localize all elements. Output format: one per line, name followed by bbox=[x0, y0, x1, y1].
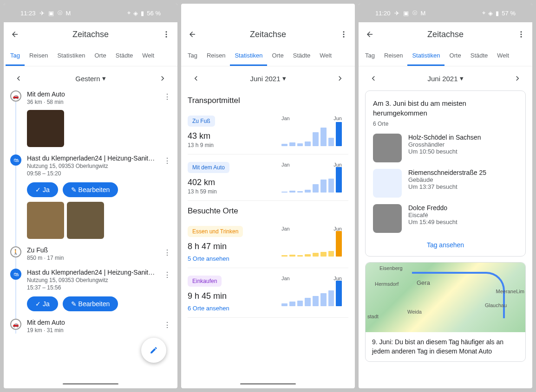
timeline-item[interactable]: 🚶Zu Fuß850 m · 17 min⋮ bbox=[27, 246, 171, 261]
overflow-menu[interactable] bbox=[161, 29, 172, 40]
item-menu[interactable]: ⋮ bbox=[163, 321, 171, 329]
place-type: Grosshändler bbox=[408, 141, 518, 148]
tab-orte[interactable]: Orte bbox=[444, 46, 465, 66]
date-selector[interactable]: Juni 2021 ▾ bbox=[427, 74, 463, 83]
overflow-menu[interactable] bbox=[338, 29, 349, 40]
next-date[interactable] bbox=[157, 73, 168, 84]
item-time: 15:37 – 15:56 bbox=[27, 284, 171, 291]
map-card-text: 9. Juni: Du bist an diesem Tag häufiger … bbox=[366, 332, 525, 361]
app-header: Zeitachse bbox=[181, 22, 355, 46]
tab-bar: TagReisenStatistikenOrteStädteWelt bbox=[181, 46, 355, 66]
timeline-item[interactable]: 🚗Mit dem Auto36 km · 58 min⋮ bbox=[27, 90, 171, 147]
overflow-menu[interactable] bbox=[516, 29, 527, 40]
screen-tag: 11:23 ✈ ▣ ⦾ M ⌖ ◈ ▮ 56 % Zeitachse TagRe… bbox=[4, 4, 177, 388]
item-title: Zu Fuß bbox=[27, 246, 157, 254]
dropdown-icon: ▾ bbox=[460, 74, 464, 83]
prev-date[interactable] bbox=[190, 73, 202, 84]
item-menu[interactable]: ⋮ bbox=[163, 248, 171, 257]
timeline-item[interactable]: 🛍Hast du Klempnerladen24 | Heizung-Sanit… bbox=[27, 154, 171, 239]
tab-statistiken[interactable]: Statistiken bbox=[230, 46, 267, 66]
map-card[interactable]: Eisenberg Hermsdorf Gera Meerane Weida G… bbox=[365, 262, 526, 362]
wifi-icon: ◈ bbox=[488, 10, 493, 17]
date-selector[interactable]: Juni 2021 ▾ bbox=[250, 74, 286, 83]
insights-content: Am 3. Juni bist du am meisten herumgekom… bbox=[359, 90, 532, 388]
tab-bar: TagReisenStatistikenOrteStädteWelt bbox=[4, 46, 177, 66]
tab-städte[interactable]: Städte bbox=[111, 46, 138, 66]
map-image: Eisenberg Hermsdorf Gera Meerane Weida G… bbox=[366, 263, 525, 332]
item-menu[interactable]: ⋮ bbox=[163, 270, 171, 279]
app-header: Zeitachse bbox=[4, 22, 177, 46]
tab-tag[interactable]: Tag bbox=[6, 46, 25, 66]
tab-welt[interactable]: Welt bbox=[137, 46, 159, 66]
mini-chart: JanJun bbox=[281, 226, 342, 257]
stat-card[interactable]: Essen und Trinken 8 h 47 min 5 Orte anse… bbox=[188, 222, 348, 268]
back-button[interactable] bbox=[9, 29, 20, 40]
stat-chip: Essen und Trinken bbox=[188, 226, 243, 237]
photo[interactable] bbox=[27, 110, 64, 147]
next-date[interactable] bbox=[334, 73, 346, 84]
back-button[interactable] bbox=[187, 29, 198, 40]
item-menu[interactable]: ⋮ bbox=[163, 156, 171, 165]
tab-statistiken[interactable]: Statistiken bbox=[52, 46, 90, 66]
stat-chip: Mit dem Auto bbox=[188, 162, 229, 173]
prev-date[interactable] bbox=[13, 73, 24, 84]
section-places: Besuchte Orte bbox=[188, 206, 348, 216]
wifi-icon: ◈ bbox=[133, 10, 138, 17]
walk-icon: 🚶 bbox=[10, 246, 21, 257]
place-type: Gebäude bbox=[408, 176, 518, 183]
tab-tag[interactable]: Tag bbox=[360, 46, 379, 66]
tab-städte[interactable]: Städte bbox=[466, 46, 493, 66]
item-menu[interactable]: ⋮ bbox=[163, 92, 171, 101]
yes-button[interactable]: ✓ Ja bbox=[27, 296, 58, 311]
icon: ⦾ bbox=[412, 9, 417, 17]
calendar-icon: ▣ bbox=[403, 10, 409, 17]
edit-button[interactable]: ✎ Bearbeiten bbox=[63, 182, 118, 197]
gmail-icon: M bbox=[66, 10, 71, 17]
svg-point-1 bbox=[166, 34, 167, 35]
tab-reisen[interactable]: Reisen bbox=[202, 46, 230, 66]
edit-fab[interactable] bbox=[141, 338, 166, 363]
tab-welt[interactable]: Welt bbox=[492, 46, 514, 66]
gmail-icon: M bbox=[421, 10, 426, 17]
item-time: 09:58 – 15:20 bbox=[27, 170, 171, 177]
screen-statistiken: Zeitachse TagReisenStatistikenOrteStädte… bbox=[181, 4, 355, 388]
page-title: Zeitachse bbox=[381, 30, 510, 39]
battery-icon: ▮ bbox=[496, 10, 499, 17]
place-item[interactable]: Holz-Schödel in Sachsen Grosshändler Um … bbox=[373, 134, 518, 162]
place-item[interactable]: Dolce Freddo Eiscafé Um 15:49 besucht bbox=[373, 204, 518, 233]
svg-point-2 bbox=[166, 36, 167, 38]
item-meta: Nutzung 15, 09353 Oberlungwitz bbox=[27, 163, 171, 169]
item-title: Mit dem Auto bbox=[27, 90, 157, 98]
tab-städte[interactable]: Städte bbox=[288, 46, 315, 66]
tab-orte[interactable]: Orte bbox=[267, 46, 288, 66]
battery-pct: 56 % bbox=[147, 10, 161, 17]
prev-date[interactable] bbox=[368, 73, 379, 84]
next-date[interactable] bbox=[512, 73, 523, 84]
stat-card[interactable]: Einkaufen 9 h 45 min 6 Orte ansehen JanJ… bbox=[188, 272, 348, 318]
mini-chart: JanJun bbox=[281, 116, 342, 146]
tab-reisen[interactable]: Reisen bbox=[379, 46, 407, 66]
place-item[interactable]: Riemenschneiderstraße 25 Gebäude Um 13:3… bbox=[373, 169, 518, 198]
timeline-item[interactable]: 🛍Hast du Klempnerladen24 | Heizung-Sanit… bbox=[27, 269, 171, 311]
battery-pct: 57 % bbox=[502, 10, 516, 17]
tab-orte[interactable]: Orte bbox=[90, 46, 111, 66]
edit-button[interactable]: ✎ Bearbeiten bbox=[63, 296, 118, 311]
view-day-link[interactable]: Tag ansehen bbox=[373, 239, 518, 249]
svg-point-7 bbox=[521, 34, 522, 35]
item-title: Mit dem Auto bbox=[27, 319, 157, 326]
stat-card[interactable]: Zu Fuß 43 km 13 h 9 min JanJun bbox=[188, 112, 348, 154]
tab-reisen[interactable]: Reisen bbox=[25, 46, 52, 66]
back-button[interactable] bbox=[364, 29, 375, 40]
tab-bar: TagReisenStatistikenOrteStädteWelt bbox=[359, 46, 532, 66]
stat-card[interactable]: Mit dem Auto 402 km 13 h 59 min JanJun bbox=[188, 158, 348, 201]
date-selector[interactable]: Gestern ▾ bbox=[75, 74, 105, 83]
shop-icon: 🛍 bbox=[10, 154, 21, 166]
page-title: Zeitachse bbox=[203, 30, 333, 39]
yes-button[interactable]: ✓ Ja bbox=[27, 182, 58, 197]
tab-statistiken[interactable]: Statistiken bbox=[407, 46, 444, 66]
photo[interactable] bbox=[67, 202, 104, 239]
tab-tag[interactable]: Tag bbox=[183, 46, 202, 66]
tab-welt[interactable]: Welt bbox=[315, 46, 336, 66]
photo[interactable] bbox=[27, 202, 64, 239]
timeline-item[interactable]: 🚗Mit dem Auto19 km · 31 min⋮ bbox=[27, 319, 171, 334]
